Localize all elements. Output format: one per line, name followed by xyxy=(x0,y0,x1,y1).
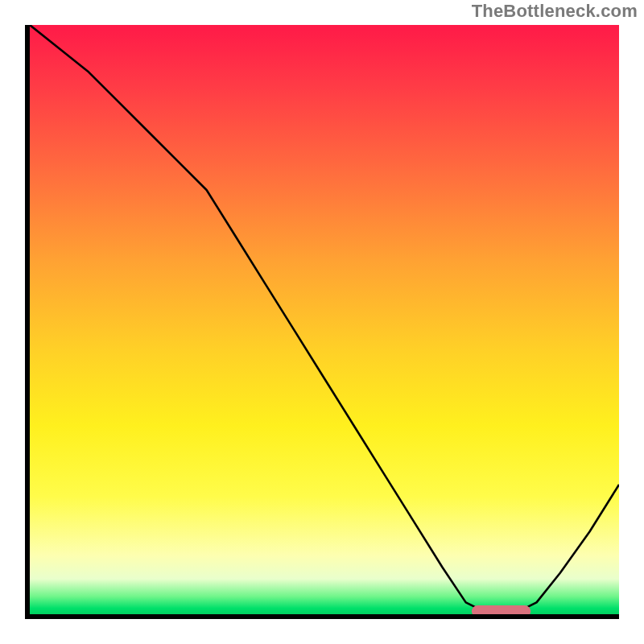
plot-area xyxy=(25,25,619,619)
chart-container: TheBottleneck.com xyxy=(0,0,644,644)
watermark-text: TheBottleneck.com xyxy=(472,1,638,22)
bottleneck-curve xyxy=(30,25,619,614)
curve-layer xyxy=(30,25,619,614)
optimal-marker xyxy=(472,605,530,614)
